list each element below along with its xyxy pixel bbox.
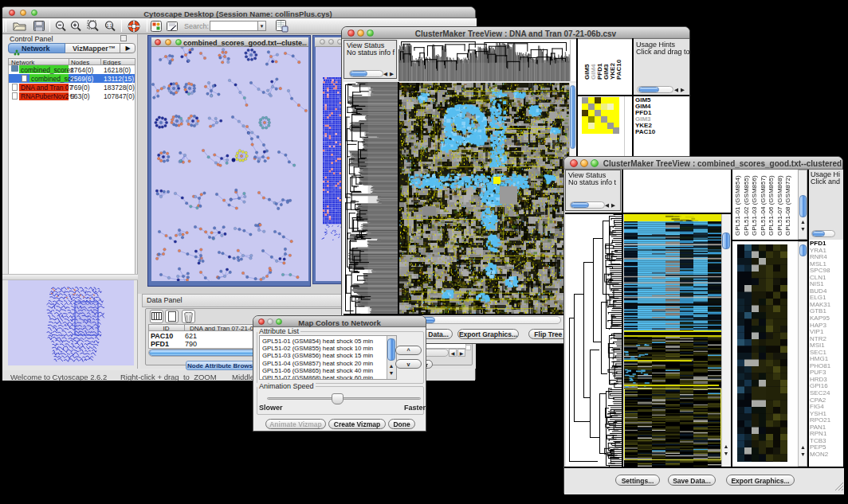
- svg-text:1:1: 1:1: [107, 23, 112, 28]
